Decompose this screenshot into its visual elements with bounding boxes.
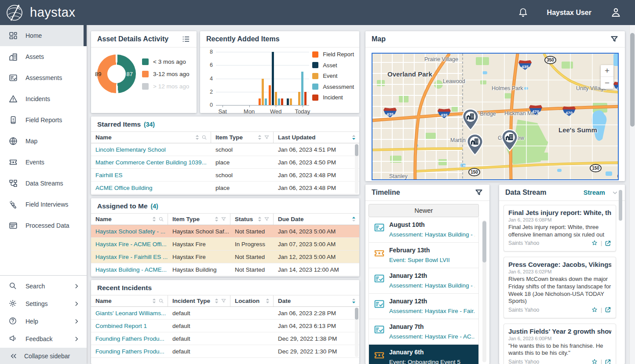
filter-icon[interactable]: [264, 216, 270, 222]
sidebar-item-assets[interactable]: Assets: [0, 46, 87, 67]
timeline-entry[interactable]: January 12thAssessment: Haystax Building…: [369, 268, 478, 293]
map-filter-icon[interactable]: [610, 35, 619, 44]
sidebar-item-incidents[interactable]: Incidents: [0, 88, 87, 109]
star-icon[interactable]: [591, 358, 598, 364]
map-asset-pin-icon[interactable]: [461, 108, 480, 131]
row-name-link[interactable]: Mather Commerce Center Building 1039...: [91, 156, 211, 168]
sort-icon[interactable]: [195, 135, 199, 140]
sort-desc-icon[interactable]: [352, 298, 356, 304]
sort-icon[interactable]: [152, 216, 156, 222]
filter-icon[interactable]: [221, 298, 226, 304]
search-icon[interactable]: [201, 135, 207, 140]
star-icon[interactable]: [591, 306, 598, 313]
sort-asc-icon[interactable]: [352, 216, 356, 222]
sidebar-item-home[interactable]: Home: [0, 25, 87, 46]
bar-legend-item[interactable]: Asset: [312, 62, 354, 69]
sidebar-item-assessments[interactable]: Assessments: [0, 67, 87, 88]
collapse-sidebar-button[interactable]: Collapse sidebar: [0, 348, 87, 364]
bar-legend-item[interactable]: Field Report: [312, 51, 354, 58]
star-icon[interactable]: [591, 240, 598, 247]
table-scrollbar[interactable]: [355, 308, 358, 357]
asset-activity-donut-chart[interactable]: 89 87: [97, 55, 136, 93]
row-name-link[interactable]: Haystax Fire - Fairhill ES ...: [91, 251, 168, 263]
sort-icon[interactable]: [258, 216, 262, 222]
table-row[interactable]: Lincoln Elementary SchoolschoolJan 06, 2…: [91, 143, 359, 156]
row-name-link[interactable]: Haystax School Safety - ...: [91, 225, 168, 237]
table-row[interactable]: Haystax School Safety - ...Haystax Schoo…: [91, 225, 359, 238]
sidebar-item-map[interactable]: Map: [0, 131, 87, 152]
donut-legend-item[interactable]: < 3 mos ago: [142, 58, 190, 65]
list-menu-icon[interactable]: [182, 35, 190, 44]
search-icon[interactable]: [158, 298, 164, 304]
external-link-icon[interactable]: [605, 359, 611, 364]
timeline-entry[interactable]: August 10thAssessment: Haystax Building …: [369, 217, 478, 242]
timeline-newer-button[interactable]: Newer: [369, 204, 479, 217]
filter-icon[interactable]: [264, 135, 270, 140]
table-row[interactable]: ACME Office BuildingplaceJan 06, 2023 4:…: [91, 182, 359, 194]
news-card[interactable]: Press Coverage: Jacobs, Vikings, Co...Ja…: [504, 257, 616, 318]
sort-icon[interactable]: [266, 298, 270, 304]
page-scrollbar[interactable]: [629, 25, 635, 364]
table-row[interactable]: Haystax Building - ACME...Haystax Buildi…: [91, 263, 359, 276]
external-link-icon[interactable]: [605, 306, 611, 313]
row-name-link[interactable]: Founding Fathers Produ...: [91, 345, 168, 357]
table-row[interactable]: Fairhill ESschoolJan 06, 2023 4:48 PM: [91, 169, 359, 182]
sidebar-item-settings[interactable]: Settings: [0, 295, 87, 313]
donut-legend-item[interactable]: > 12 mos ago: [142, 83, 190, 90]
sidebar-item-field-interviews[interactable]: Field Interviews: [0, 194, 87, 215]
column-header-name[interactable]: Name: [91, 214, 168, 225]
notifications-bell-icon[interactable]: [518, 7, 529, 18]
column-header-incident-type[interactable]: Incident Type: [168, 295, 230, 306]
timeline-scrollbar[interactable]: [482, 220, 486, 362]
sidebar-item-search[interactable]: Search: [0, 277, 87, 295]
row-name-link[interactable]: Founding Fathers Produ...: [91, 332, 168, 345]
timeline-item-link[interactable]: Event: Super Bowl LVII: [389, 257, 475, 263]
column-header-due-date[interactable]: Due Date: [274, 214, 359, 225]
filter-icon[interactable]: [221, 216, 226, 222]
donut-legend-item[interactable]: 3-12 mos ago: [142, 71, 190, 77]
table-scrollbar[interactable]: [355, 144, 358, 193]
map-zoom-out-button[interactable]: −: [601, 77, 613, 89]
chevron-down-icon[interactable]: [611, 189, 619, 197]
column-header-item-type[interactable]: Item Type: [168, 214, 230, 225]
map-asset-pin-icon[interactable]: [466, 133, 484, 156]
bar-legend-item[interactable]: Incident: [312, 94, 354, 101]
external-link-icon[interactable]: [605, 240, 611, 247]
map-asset-pin-icon[interactable]: [500, 129, 519, 152]
column-header-location[interactable]: Location: [230, 295, 274, 306]
search-icon[interactable]: [158, 216, 164, 222]
sort-icon[interactable]: [215, 216, 219, 222]
row-name-link[interactable]: Giants' Leonard Williams...: [91, 307, 168, 319]
sort-icon[interactable]: [215, 298, 219, 304]
news-card[interactable]: Justin Fields' Year 2 growth showed ...J…: [504, 324, 616, 364]
row-name-link[interactable]: ACME Office Building: [91, 182, 211, 194]
sidebar-item-help[interactable]: Help: [0, 313, 87, 330]
column-header-name[interactable]: Name: [91, 132, 211, 143]
sidebar-item-field-reports[interactable]: Field Reports: [0, 109, 87, 131]
table-row[interactable]: Combined Report 1defaultJan 04, 2023 6:1…: [91, 320, 359, 332]
map-zoom-in-button[interactable]: +: [601, 65, 613, 77]
timeline-item-link[interactable]: Assessment: Haystax Building - ...: [389, 231, 475, 238]
timeline-entry[interactable]: January 6thEvent: Onboarding Event 5: [369, 344, 478, 364]
timeline-entry[interactable]: January 12thAssessment: Haystax Fire - F…: [369, 293, 478, 319]
timeline-entry[interactable]: January 7thAssessment: Haystax Fire - AC…: [369, 319, 478, 344]
sidebar-item-data-streams[interactable]: Data Streams: [0, 173, 87, 194]
table-row[interactable]: Giants' Leonard Williams...defaultJan 06…: [91, 307, 359, 320]
column-header-item-type[interactable]: Item Type: [211, 132, 274, 143]
bar-legend-item[interactable]: Assessment: [312, 84, 354, 90]
timeline-entry[interactable]: February 13thEvent: Super Bowl LVII: [369, 242, 478, 268]
timeline-item-link[interactable]: Assessment: Haystax Fire - AC...: [389, 333, 475, 340]
sidebar-item-events[interactable]: Events: [0, 152, 87, 173]
table-row[interactable]: Mather Commerce Center Building 1039...p…: [91, 156, 359, 169]
timeline-item-link[interactable]: Assessment: Haystax Building - ...: [389, 282, 475, 289]
table-row[interactable]: Haystax Fire - Fairhill ES ...Haystax Fi…: [91, 251, 359, 263]
news-title[interactable]: Final Jets injury report: White, three .…: [508, 209, 611, 216]
row-name-link[interactable]: Haystax Building - ACME...: [91, 263, 168, 276]
news-title[interactable]: Press Coverage: Jacobs, Vikings, Co...: [508, 261, 611, 268]
row-name-link[interactable]: Combined Report 1: [91, 320, 168, 332]
sort-icon[interactable]: [152, 298, 156, 304]
timeline-filter-icon[interactable]: [474, 188, 483, 197]
sort-icon[interactable]: [258, 135, 262, 140]
sidebar-item-feedback[interactable]: Feedback: [0, 330, 87, 348]
table-row[interactable]: Founding Fathers Produ...defaultDec 29, …: [91, 345, 359, 358]
